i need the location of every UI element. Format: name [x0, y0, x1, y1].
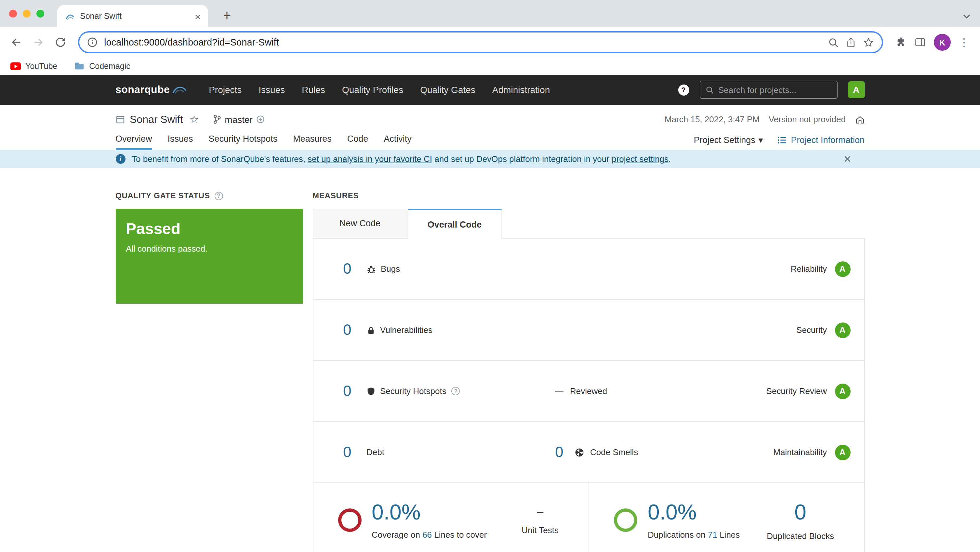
hotspots-count[interactable]: 0 — [343, 382, 356, 400]
nav-rules[interactable]: Rules — [302, 84, 325, 95]
bookmark-codemagic[interactable]: Codemagic — [74, 62, 130, 70]
user-avatar[interactable]: A — [848, 81, 865, 98]
duplicated-blocks-label: Duplicated Blocks — [767, 531, 834, 541]
tab-overall-code[interactable]: Overall Code — [407, 209, 502, 239]
browser-tab[interactable]: Sonar Swift × — [57, 5, 208, 27]
lock-icon — [366, 325, 375, 334]
address-bar[interactable]: localhost:9000/dashboard?id=Sonar-Swift — [78, 31, 883, 53]
bookmark-star-icon[interactable] — [863, 37, 874, 48]
security-review-rating-badge: A — [835, 383, 850, 399]
code-smell-icon — [574, 448, 584, 457]
tab-measures[interactable]: Measures — [293, 134, 332, 150]
tab-close-icon[interactable]: × — [192, 11, 203, 22]
screenshot-root: Sonar Swift × + localhost:9000/dashboard… — [0, 0, 980, 552]
vulnerabilities-count[interactable]: 0 — [343, 321, 356, 339]
tab-overview[interactable]: Overview — [115, 134, 152, 150]
bugs-count[interactable]: 0 — [343, 260, 356, 278]
nav-projects[interactable]: Projects — [209, 84, 242, 95]
zoom-icon[interactable] — [828, 37, 839, 48]
chrome-menu-icon[interactable]: ⋮ — [959, 35, 970, 49]
help-icon[interactable]: ? — [678, 84, 689, 95]
measures-footer: 0.0% Coverage on 66 Lines to cover – Uni… — [313, 483, 864, 552]
window-controls — [9, 10, 44, 17]
url-text[interactable]: localhost:9000/dashboard?id=Sonar-Swift — [104, 37, 821, 48]
nav-quality-gates[interactable]: Quality Gates — [420, 84, 476, 95]
project-settings-link[interactable]: project settings — [612, 154, 668, 164]
unit-tests-label: Unit Tests — [522, 525, 558, 535]
row-vulnerabilities: 0 Vulnerabilities Security A — [313, 300, 864, 361]
code-smells-count[interactable]: 0 — [555, 444, 568, 461]
minimize-window-button[interactable] — [23, 10, 30, 17]
close-window-button[interactable] — [9, 10, 17, 17]
sonarqube-logo[interactable]: sonarqube — [115, 84, 187, 95]
reload-icon[interactable] — [51, 32, 70, 52]
bugs-label: Bugs — [381, 264, 400, 274]
row-maintainability: 0 Debt 0 Code Smells Maintainability A — [313, 422, 864, 483]
search-input[interactable] — [718, 85, 831, 95]
side-panel-icon[interactable] — [914, 37, 926, 48]
fullscreen-window-button[interactable] — [37, 10, 44, 17]
bookmark-youtube[interactable]: YouTube — [10, 62, 57, 70]
branch-plus-icon[interactable] — [256, 115, 265, 124]
favorite-star-icon[interactable]: ☆ — [189, 113, 199, 126]
project-settings-dropdown[interactable]: Project Settings ▾ — [694, 135, 763, 145]
chevron-down-icon: ▾ — [759, 135, 763, 145]
home-icon[interactable] — [855, 115, 865, 124]
project-header: Sonar Swift ☆ master March 15, 2022, 3:4… — [0, 105, 980, 150]
coverage-lines-link[interactable]: 66 — [422, 530, 432, 539]
bookmark-label: Codemagic — [89, 62, 130, 70]
unit-tests-value: – — [522, 505, 558, 519]
row-security-hotspots: 0 Security Hotspots ? — Reviewed Securit… — [313, 361, 864, 422]
project-title[interactable]: Sonar Swift — [130, 113, 183, 125]
tab-search-chevron-icon[interactable] — [963, 14, 971, 19]
quality-gate-status: Passed — [126, 220, 292, 238]
hotspots-help-icon[interactable]: ? — [452, 387, 460, 395]
coverage-ring-icon — [338, 508, 361, 532]
tab-security-hotspots[interactable]: Security Hotspots — [209, 134, 278, 150]
duplications-lines-link[interactable]: 71 — [708, 530, 717, 539]
tab-new-code[interactable]: New Code — [312, 209, 407, 238]
banner-text: To benefit from more of SonarQube's feat… — [132, 154, 671, 164]
branch-name[interactable]: master — [225, 114, 253, 124]
banner-close-icon[interactable]: ✕ — [843, 153, 851, 165]
tab-activity[interactable]: Activity — [384, 134, 412, 150]
toolbar-right-icons: K ⋮ — [891, 34, 974, 51]
tab-issues[interactable]: Issues — [168, 134, 193, 150]
bookmark-label: YouTube — [25, 62, 57, 70]
coverage-value[interactable]: 0.0% — [372, 501, 487, 522]
setup-ci-link[interactable]: set up analysis in your favorite CI — [308, 154, 432, 164]
bug-icon — [366, 264, 375, 274]
global-search[interactable] — [699, 81, 837, 99]
duplicated-blocks-block: 0 Duplicated Blocks — [767, 500, 834, 541]
forward-icon[interactable] — [29, 32, 48, 52]
bookmarks-bar: YouTube Codemagic — [0, 57, 980, 75]
back-icon[interactable] — [6, 32, 26, 52]
hotspots-label: Security Hotspots — [380, 386, 446, 396]
share-icon[interactable] — [845, 37, 856, 48]
branch-icon — [213, 115, 221, 124]
nav-issues[interactable]: Issues — [258, 84, 285, 95]
measures-tabs: New Code Overall Code — [312, 209, 865, 238]
duplications-value[interactable]: 0.0% — [648, 501, 740, 522]
tab-code[interactable]: Code — [347, 134, 368, 150]
project-tabs: Overview Issues Security Hotspots Measur… — [115, 134, 865, 150]
duplicated-blocks-value[interactable]: 0 — [767, 500, 834, 524]
nav-administration[interactable]: Administration — [492, 84, 550, 95]
profile-avatar[interactable]: K — [934, 34, 951, 51]
debt-value[interactable]: 0 — [343, 444, 356, 461]
project-settings-label: Project Settings — [694, 135, 755, 145]
duplications-section: 0.0% Duplications on 71 Lines 0 Duplicat… — [589, 483, 864, 552]
debt-label: Debt — [366, 447, 384, 457]
page-info-icon[interactable] — [87, 37, 97, 48]
vulnerabilities-label: Vulnerabilities — [380, 325, 433, 335]
quality-gate-help-icon[interactable]: ? — [215, 191, 223, 200]
maintainability-label: Maintainability — [773, 447, 827, 457]
search-icon — [705, 86, 714, 94]
sonarqube-logo-text: sonarqube — [115, 84, 170, 95]
list-icon — [777, 135, 787, 144]
new-tab-button[interactable]: + — [218, 7, 235, 24]
extensions-puzzle-icon[interactable] — [895, 37, 907, 48]
overview-content: QUALITY GATE STATUS ? Passed All conditi… — [115, 168, 865, 552]
nav-quality-profiles[interactable]: Quality Profiles — [342, 84, 403, 95]
project-information-button[interactable]: Project Information — [777, 135, 865, 145]
